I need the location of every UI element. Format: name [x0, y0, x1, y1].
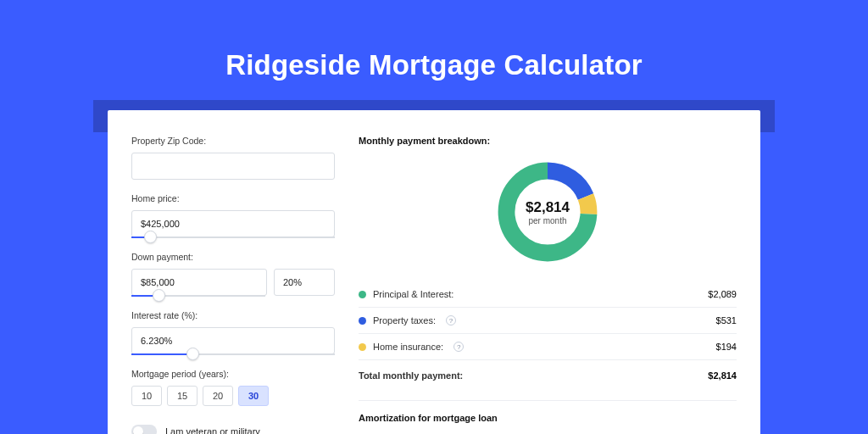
legend-label: Principal & Interest:	[373, 289, 453, 299]
page-title: Ridgeside Mortgage Calculator	[0, 0, 868, 100]
home-price-input[interactable]	[131, 210, 335, 237]
interest-slider[interactable]	[131, 353, 335, 355]
help-icon[interactable]: ?	[446, 315, 456, 326]
legend-dot	[359, 343, 366, 351]
legend-row: Principal & Interest:$2,089	[359, 281, 737, 308]
period-label: Mortgage period (years):	[131, 369, 335, 379]
zip-input[interactable]	[131, 153, 335, 180]
period-option-20[interactable]: 20	[203, 386, 233, 406]
total-label: Total monthly payment:	[359, 370, 463, 381]
zip-label: Property Zip Code:	[131, 136, 335, 146]
calculator-panel: Property Zip Code: Home price: Down paym…	[108, 110, 760, 434]
interest-label: Interest rate (%):	[131, 310, 335, 320]
home-price-label: Home price:	[131, 193, 335, 203]
interest-block: Interest rate (%):	[131, 310, 335, 355]
total-row: Total monthly payment: $2,814	[359, 360, 737, 388]
legend-value: $531	[716, 315, 737, 326]
form-column: Property Zip Code: Home price: Down paym…	[131, 136, 335, 434]
veteran-row: I am veteran or military	[131, 425, 335, 434]
payment-donut-chart: $2,814 per month	[493, 158, 602, 266]
legend-dot	[359, 317, 366, 325]
amortization-title: Amortization for mortgage loan	[359, 413, 737, 423]
veteran-toggle[interactable]	[131, 425, 157, 434]
down-payment-label: Down payment:	[131, 252, 335, 262]
legend-row: Home insurance:?$194	[359, 334, 737, 360]
legend-row: Property taxes:?$531	[359, 308, 737, 334]
period-option-10[interactable]: 10	[131, 386, 162, 406]
period-option-15[interactable]: 15	[167, 386, 198, 406]
legend-value: $194	[716, 342, 737, 352]
total-value: $2,814	[708, 370, 737, 381]
home-price-slider[interactable]	[131, 236, 335, 238]
help-icon[interactable]: ?	[453, 342, 464, 352]
legend-dot	[359, 291, 366, 298]
period-block: Mortgage period (years): 10152030	[131, 369, 335, 406]
down-payment-slider[interactable]	[131, 295, 265, 297]
veteran-label: I am veteran or military	[165, 426, 260, 434]
breakdown-title: Monthly payment breakdown:	[359, 136, 737, 146]
interest-input[interactable]	[131, 327, 335, 354]
amortization-section: Amortization for mortgage loan Amortizat…	[359, 400, 737, 434]
legend-label: Property taxes:	[373, 315, 436, 326]
down-payment-percent-input[interactable]	[274, 269, 335, 296]
legend-label: Home insurance:	[373, 342, 443, 352]
down-payment-block: Down payment:	[131, 252, 335, 297]
period-option-30[interactable]: 30	[238, 386, 269, 406]
home-price-block: Home price:	[131, 193, 335, 238]
legend-value: $2,089	[708, 289, 737, 299]
zip-block: Property Zip Code:	[131, 136, 335, 180]
breakdown-column: Monthly payment breakdown: $2,814 per mo…	[359, 136, 737, 434]
down-payment-amount-input[interactable]	[131, 269, 267, 296]
donut-center-sub: per month	[528, 216, 566, 225]
period-options: 10152030	[131, 386, 335, 406]
donut-center-value: $2,814	[526, 199, 570, 216]
